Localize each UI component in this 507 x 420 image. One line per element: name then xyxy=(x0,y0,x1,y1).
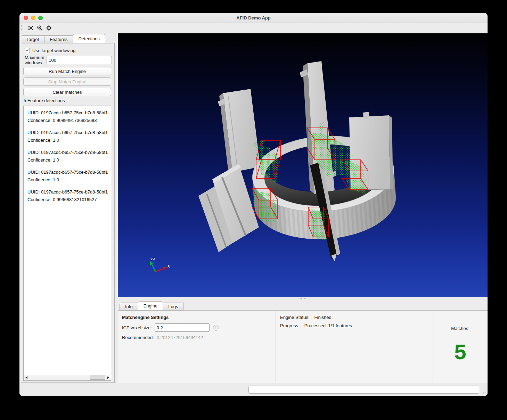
progress-bar xyxy=(248,386,479,394)
icp-voxel-size-input[interactable] xyxy=(155,323,210,332)
engine-status-section: Engine Status: Finished Progress: Proces… xyxy=(276,311,433,383)
resize-grip-icon[interactable] xyxy=(481,390,486,395)
use-target-windowing-checkbox[interactable] xyxy=(25,48,30,53)
icp-voxel-size-label: ICP voxel size: xyxy=(122,325,152,330)
engine-status-label: Engine Status: xyxy=(280,315,310,320)
scroll-right-icon[interactable] xyxy=(107,376,109,379)
use-target-windowing-label: Use target windowing xyxy=(32,48,75,53)
detection-confidence: Confidence: 0.9089491736825693 xyxy=(27,117,111,124)
tab-info[interactable]: Info xyxy=(120,303,138,311)
horizontal-scrollbar[interactable] xyxy=(24,375,111,380)
detection-uuid: UUID: 0197acdc-b657-75ce-b7d8-58bf1 xyxy=(27,168,111,176)
app-window: AFID Demo App T xyxy=(19,13,488,396)
maximum-windows-input[interactable] xyxy=(47,56,112,64)
progress-value: Processed: 1/1 features xyxy=(304,323,352,328)
tab-features[interactable]: Features xyxy=(44,35,73,43)
toolbar-drag-handle[interactable] xyxy=(21,25,23,31)
matchengine-settings-title: Matchengine Settings xyxy=(122,315,271,320)
status-bar xyxy=(19,383,488,396)
recommended-value: 0.20124729156494142 xyxy=(157,335,203,340)
scroll-left-icon[interactable] xyxy=(25,376,27,379)
detection-list-item[interactable]: UUID: 0197acdc-b657-75ce-b7d8-58bf1 Conf… xyxy=(27,109,111,124)
maximum-windows-label: Maximum windows xyxy=(25,55,44,65)
tab-engine[interactable]: Engine xyxy=(138,301,163,311)
matches-section: Matches: 5 xyxy=(433,311,488,383)
warning-balloon-icon[interactable]: ! xyxy=(213,325,219,331)
detection-list-item[interactable]: UUID: 0197acdc-b657-75ce-b7d8-58bf1 Conf… xyxy=(27,129,111,144)
center-target-button[interactable] xyxy=(44,24,53,32)
bottom-panel: Info Engine Logs Matchengine Settings IC… xyxy=(118,299,488,383)
detection-confidence: Confidence: 1.0 xyxy=(27,176,111,184)
tab-detections[interactable]: Detections xyxy=(73,34,105,43)
matches-count: 5 xyxy=(454,339,466,364)
detection-uuid: UUID: 0197acdc-b657-75ce-b7d8-58bf1 xyxy=(27,129,111,137)
axis-label-x: X xyxy=(167,264,170,268)
fit-view-icon xyxy=(28,25,34,31)
engine-tab-pane: Matchengine Settings ICP voxel size: ! R… xyxy=(118,310,488,383)
detection-list-item[interactable]: UUID: 0197acdc-b657-75ce-b7d8-58bf1 Conf… xyxy=(27,168,111,184)
detections-panel: Use target windowing Maximum windows Run… xyxy=(21,43,115,383)
detection-list-item[interactable]: UUID: 0197acdc-b657-75ce-b7d8-58bf1 Conf… xyxy=(27,188,111,204)
clear-matches-button[interactable]: Clear matches xyxy=(23,88,111,96)
engine-status-value: Finished xyxy=(314,315,332,320)
tab-logs[interactable]: Logs xyxy=(163,303,183,311)
stop-match-engine-button: Stop Match Engine xyxy=(23,77,111,86)
title-bar[interactable]: AFID Demo App xyxy=(19,13,488,23)
zoom-in-button[interactable] xyxy=(35,24,44,32)
scrollbar-thumb[interactable] xyxy=(90,376,105,380)
fit-view-button[interactable] xyxy=(26,24,35,32)
detection-confidence: Confidence: 1.0 xyxy=(27,137,111,144)
detection-confidence: Confidence: 0.9996881821016527 xyxy=(27,196,111,204)
axis-label-z: Z xyxy=(153,257,155,261)
matchengine-settings-section: Matchengine Settings ICP voxel size: ! R… xyxy=(118,311,276,383)
matches-label: Matches: xyxy=(451,326,469,331)
detection-confidence: Confidence: 1.0 xyxy=(27,156,111,164)
zoom-in-icon xyxy=(37,25,43,31)
window-title: AFID Demo App xyxy=(19,13,488,23)
bottom-tab-bar: Info Engine Logs xyxy=(120,301,183,311)
viewport-splitter[interactable] xyxy=(118,297,488,299)
progress-label: Progress: xyxy=(280,323,300,328)
detections-count-label: 5 Feature detections xyxy=(24,98,65,103)
crosshair-icon xyxy=(46,25,52,31)
detection-uuid: UUID: 0197acdc-b657-75ce-b7d8-58bf1 xyxy=(27,109,111,117)
detection-list-item[interactable]: UUID: 0197acdc-b657-75ce-b7d8-58bf1 Conf… xyxy=(27,149,111,164)
detection-uuid: UUID: 0197acdc-b657-75ce-b7d8-58bf1 xyxy=(27,149,111,156)
splitter-handle-icon xyxy=(298,298,306,299)
recommended-label: Recommended: xyxy=(122,335,154,340)
use-target-windowing-row: Use target windowing xyxy=(25,48,75,53)
detection-uuid: UUID: 0197acdc-b657-75ce-b7d8-58bf1 xyxy=(27,188,111,196)
sidebar-tab-bar: Target Features Detections xyxy=(21,34,105,43)
tab-target[interactable]: Target xyxy=(21,35,44,43)
maximum-windows-row: Maximum windows xyxy=(25,56,111,64)
detections-list[interactable]: UUID: 0197acdc-b657-75ce-b7d8-58bf1 Conf… xyxy=(23,106,111,381)
viewport-3d-scene[interactable]: X Y Z xyxy=(118,33,488,297)
axis-label-y: Y xyxy=(150,257,153,261)
run-match-engine-button[interactable]: Run Match Engine xyxy=(23,67,111,75)
toolbar xyxy=(19,23,488,33)
